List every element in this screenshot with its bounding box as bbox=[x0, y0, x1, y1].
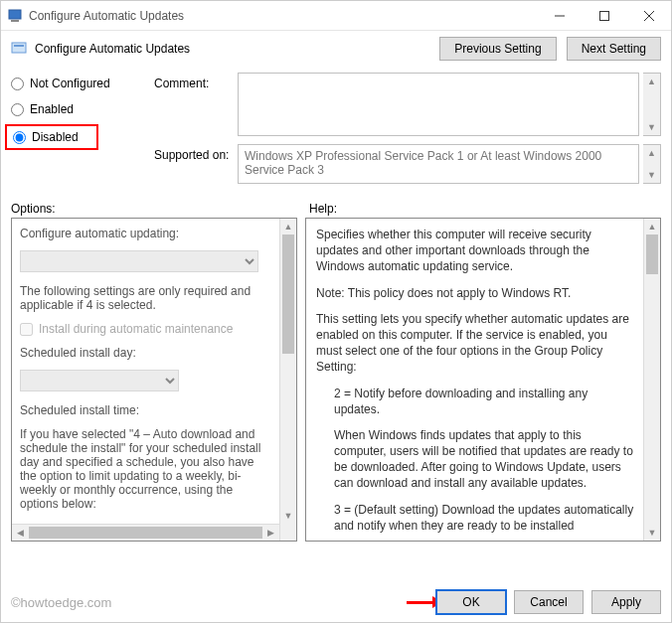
comment-label: Comment: bbox=[154, 73, 234, 90]
radio-not-configured-label: Not Configured bbox=[30, 77, 110, 90]
radio-enabled-input[interactable] bbox=[11, 103, 24, 116]
options-hscrollbar[interactable]: ◀ ▶ bbox=[12, 524, 279, 541]
ok-button[interactable]: OK bbox=[436, 590, 506, 614]
scrollbar-thumb[interactable] bbox=[29, 527, 262, 539]
svg-rect-4 bbox=[14, 45, 24, 47]
help-p3: This setting lets you specify whether au… bbox=[316, 311, 635, 376]
scroll-down-icon[interactable]: ▼ bbox=[280, 508, 296, 524]
titlebar: Configure Automatic Updates bbox=[1, 1, 671, 31]
window-controls bbox=[537, 1, 671, 31]
scroll-up-icon[interactable]: ▲ bbox=[280, 219, 296, 234]
sched-day-label: Scheduled install day: bbox=[20, 346, 271, 360]
help-p2: Note: This policy does not apply to Wind… bbox=[316, 285, 635, 301]
scroll-down-icon[interactable]: ▼ bbox=[644, 525, 660, 541]
previous-setting-button[interactable]: Previous Setting bbox=[439, 37, 556, 61]
watermark: ©howtoedge.com bbox=[11, 595, 428, 610]
options-note: The following settings are only required… bbox=[20, 284, 271, 312]
options-vscrollbar[interactable]: ▲ ▼ bbox=[279, 219, 296, 541]
app-icon bbox=[7, 8, 23, 24]
scroll-down-icon[interactable]: ▼ bbox=[643, 167, 660, 183]
help-panel: Specifies whether this computer will rec… bbox=[305, 218, 661, 542]
svg-rect-0 bbox=[9, 10, 21, 19]
comment-textarea[interactable] bbox=[238, 73, 639, 136]
scroll-up-icon[interactable]: ▲ bbox=[644, 219, 660, 234]
cancel-button[interactable]: Cancel bbox=[514, 590, 584, 614]
maintenance-checkbox-row[interactable]: Install during automatic maintenance bbox=[20, 322, 271, 336]
scroll-down-icon[interactable]: ▼ bbox=[643, 119, 660, 135]
disabled-highlight: Disabled bbox=[5, 124, 98, 150]
header: Configure Automatic Updates Previous Set… bbox=[1, 31, 671, 67]
supported-label: Supported on: bbox=[154, 144, 234, 162]
scroll-up-icon[interactable]: ▲ bbox=[643, 145, 660, 161]
scrollbar-thumb[interactable] bbox=[282, 234, 294, 354]
radio-not-configured-input[interactable] bbox=[11, 78, 24, 90]
supported-text-value: Windows XP Professional Service Pack 1 o… bbox=[245, 149, 632, 177]
help-p1: Specifies whether this computer will rec… bbox=[316, 227, 635, 275]
minimize-button[interactable] bbox=[537, 1, 582, 31]
comment-scrollbar[interactable]: ▲ ▼ bbox=[643, 73, 661, 136]
help-p6: 3 = (Default setting) Download the updat… bbox=[316, 502, 635, 534]
radio-disabled[interactable]: Disabled bbox=[13, 130, 90, 144]
maintenance-checkbox-label: Install during automatic maintenance bbox=[39, 322, 233, 336]
supported-text: Windows XP Professional Service Pack 1 o… bbox=[238, 144, 639, 184]
help-p5: When Windows finds updates that apply to… bbox=[316, 427, 635, 492]
radio-enabled[interactable]: Enabled bbox=[11, 102, 150, 116]
state-radios: Not Configured Enabled Disabled bbox=[11, 73, 150, 146]
svg-rect-3 bbox=[12, 43, 26, 53]
header-title: Configure Automatic Updates bbox=[35, 42, 431, 56]
options-content: Configure automatic updating: The follow… bbox=[12, 219, 279, 541]
options-label: Options: bbox=[11, 202, 309, 216]
configure-updating-select[interactable] bbox=[20, 250, 258, 272]
help-p4: 2 = Notify before downloading and instal… bbox=[316, 386, 635, 417]
close-button[interactable] bbox=[626, 1, 671, 31]
supported-scrollbar[interactable]: ▲ ▼ bbox=[643, 144, 661, 184]
apply-button[interactable]: Apply bbox=[591, 590, 661, 614]
next-setting-button[interactable]: Next Setting bbox=[567, 37, 661, 61]
sched-day-select[interactable] bbox=[20, 370, 179, 391]
sched-time-label: Scheduled install time: bbox=[20, 403, 271, 417]
scroll-right-icon[interactable]: ▶ bbox=[262, 525, 279, 541]
radio-enabled-label: Enabled bbox=[30, 102, 74, 116]
maintenance-checkbox[interactable] bbox=[20, 323, 33, 336]
scrollbar-thumb[interactable] bbox=[646, 234, 658, 274]
split-panels: Configure automatic updating: The follow… bbox=[1, 218, 671, 542]
maximize-button[interactable] bbox=[582, 1, 626, 31]
settings-area: Not Configured Enabled Disabled Comment:… bbox=[1, 67, 671, 196]
scroll-left-icon[interactable]: ◀ bbox=[12, 525, 29, 541]
footer: ©howtoedge.com OK Cancel Apply bbox=[1, 582, 671, 622]
options-panel: Configure automatic updating: The follow… bbox=[11, 218, 297, 542]
radio-disabled-label: Disabled bbox=[32, 130, 79, 144]
policy-icon bbox=[11, 41, 27, 57]
window-title: Configure Automatic Updates bbox=[29, 9, 537, 23]
help-vscrollbar[interactable]: ▲ ▼ bbox=[643, 219, 660, 541]
configure-updating-label: Configure automatic updating: bbox=[20, 227, 271, 240]
svg-rect-2 bbox=[599, 11, 608, 20]
help-content: Specifies whether this computer will rec… bbox=[306, 219, 643, 541]
scroll-up-icon[interactable]: ▲ bbox=[643, 74, 660, 89]
radio-not-configured[interactable]: Not Configured bbox=[11, 77, 150, 90]
help-label: Help: bbox=[309, 202, 337, 216]
radio-disabled-input[interactable] bbox=[13, 131, 26, 144]
section-labels: Options: Help: bbox=[1, 196, 671, 218]
svg-rect-1 bbox=[11, 20, 19, 22]
options-paragraph: If you have selected "4 – Auto download … bbox=[20, 427, 271, 511]
